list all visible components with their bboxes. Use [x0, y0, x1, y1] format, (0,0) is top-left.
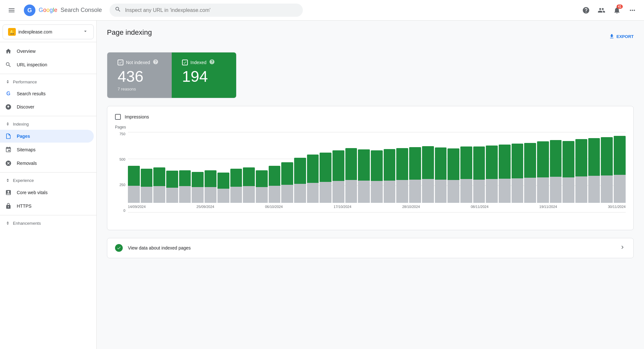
not-indexed-card[interactable]: Not indexed 436 7 reasons: [107, 52, 172, 98]
impressions-label: Impressions: [125, 114, 149, 119]
sidebar-item-pages[interactable]: Pages: [0, 130, 94, 143]
page-title: Page indexing: [107, 28, 152, 37]
bar-not-indexed: [384, 181, 396, 203]
svg-text:G: G: [27, 7, 32, 14]
sidebar-item-search-results[interactable]: G Search results: [0, 88, 94, 100]
bar-indexed: [512, 144, 524, 178]
bar-indexed: [230, 169, 242, 187]
bar-group: [217, 132, 229, 203]
bar-group: [281, 132, 293, 203]
bar-group: [550, 132, 562, 203]
bar-not-indexed: [499, 179, 511, 203]
bar-indexed: [217, 173, 229, 189]
sitemaps-icon: [5, 146, 12, 153]
bar-not-indexed: [141, 187, 153, 203]
menu-button[interactable]: [5, 4, 18, 17]
bar-group: [371, 132, 383, 203]
sidebar-experience-label: Experience: [13, 178, 34, 183]
bar-not-indexed: [294, 184, 306, 203]
bar-indexed: [166, 171, 178, 188]
bar-group: [435, 132, 447, 203]
sidebar-overview-label: Overview: [17, 49, 35, 54]
sidebar-item-discover[interactable]: Discover: [0, 100, 94, 113]
bar-group: [486, 132, 498, 203]
view-data-text: View data about indexed pages: [128, 245, 191, 250]
bar-not-indexed: [537, 177, 549, 203]
bar-not-indexed: [460, 179, 472, 203]
sidebar-performance-section[interactable]: Performance: [0, 77, 96, 87]
indexed-help-icon[interactable]: [209, 59, 215, 66]
bar-group: [141, 132, 153, 203]
search-input[interactable]: [125, 7, 298, 13]
notifications-button[interactable]: 41: [610, 4, 623, 17]
sidebar-item-removals[interactable]: Removals: [0, 157, 94, 170]
sidebar-item-overview[interactable]: Overview: [0, 45, 94, 58]
sidebar-experience-section[interactable]: Experience: [0, 175, 96, 185]
bar-indexed: [435, 147, 447, 180]
bar-not-indexed: [243, 186, 255, 203]
bar-not-indexed: [486, 179, 498, 203]
indexed-card[interactable]: Indexed 194: [172, 52, 236, 98]
sidebar-divider-5: [0, 215, 96, 215]
sidebar-enhancements-section[interactable]: Enhancements: [0, 218, 96, 228]
bar-indexed: [524, 143, 536, 178]
bar-group: [447, 132, 459, 203]
indexed-header: Indexed: [182, 59, 226, 66]
bar-indexed: [422, 146, 434, 179]
bar-indexed: [614, 136, 626, 175]
bar-group: [358, 132, 370, 203]
sidebar-search-results-label: Search results: [17, 91, 45, 96]
profile-button[interactable]: [595, 4, 608, 17]
google-g-icon: G: [5, 91, 12, 97]
bar-not-indexed: [512, 178, 524, 203]
export-button[interactable]: EXPORT: [609, 33, 634, 39]
chart-container: Impressions Pages 750 500 250 0: [107, 106, 634, 230]
layout: 🔔 indexplease.com Overview URL inspectio…: [0, 21, 644, 349]
not-indexed-help-icon[interactable]: [153, 59, 159, 66]
indexed-checkbox: [182, 60, 188, 65]
bar-indexed: [141, 169, 153, 187]
bar-group: [345, 132, 357, 203]
discover-icon: [5, 104, 12, 110]
sidebar-core-web-vitals-label: Core web vitals: [17, 190, 48, 195]
sidebar-item-url-inspection[interactable]: URL inspection: [0, 58, 94, 71]
core-web-vitals-icon: [5, 189, 12, 196]
export-label: EXPORT: [617, 34, 634, 39]
search-bar[interactable]: [110, 4, 303, 17]
gridline-bottom: [128, 212, 626, 212]
bar-group: [205, 132, 216, 203]
help-button[interactable]: [580, 4, 592, 17]
property-selector[interactable]: 🔔 indexplease.com: [3, 24, 94, 39]
sidebar-indexing-section[interactable]: Indexing: [0, 119, 96, 129]
bar-indexed: [601, 137, 613, 175]
sidebar-item-https[interactable]: HTTPS: [0, 200, 94, 212]
bar-indexed: [192, 172, 204, 187]
bar-not-indexed: [409, 180, 421, 203]
bar-indexed: [371, 150, 383, 181]
bar-indexed: [332, 150, 344, 181]
bar-indexed: [537, 141, 549, 177]
bar-indexed: [588, 138, 600, 176]
bar-not-indexed: [281, 185, 293, 203]
sidebar-divider-3: [0, 116, 96, 116]
sidebar-item-sitemaps[interactable]: Sitemaps: [0, 143, 94, 156]
bar-indexed: [447, 148, 459, 180]
apps-button[interactable]: [626, 4, 639, 17]
app-logo: G Google Google Search Console Search Co…: [23, 4, 102, 17]
sidebar-item-core-web-vitals[interactable]: Core web vitals: [0, 186, 94, 199]
view-data-icon: [115, 244, 123, 252]
bar-not-indexed: [371, 181, 383, 203]
bar-not-indexed: [473, 180, 485, 203]
bar-not-indexed: [358, 181, 370, 203]
bar-not-indexed: [524, 178, 536, 203]
view-data-card[interactable]: View data about indexed pages: [107, 238, 634, 258]
bar-group: [562, 132, 574, 203]
bar-group: [192, 132, 204, 203]
bar-group: [473, 132, 485, 203]
bar-not-indexed: [614, 175, 626, 203]
impressions-checkbox[interactable]: [115, 114, 121, 120]
bar-not-indexed: [575, 176, 587, 203]
bar-group: [524, 132, 536, 203]
bar-indexed: [307, 155, 319, 183]
notification-badge: 41: [617, 5, 623, 9]
